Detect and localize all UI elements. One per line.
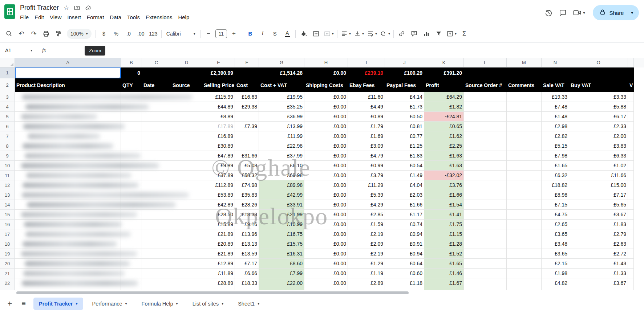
cell-F16[interactable]: £9.16 <box>235 220 259 229</box>
column-header-M[interactable]: M <box>507 58 542 67</box>
column-header-G[interactable]: G <box>259 58 304 67</box>
cell-J15[interactable]: £1.17 <box>385 210 424 220</box>
cell-A21[interactable] <box>15 269 121 278</box>
cell-P11[interactable] <box>628 171 634 180</box>
cell-C17[interactable] <box>142 229 171 239</box>
cell-F15[interactable]: £18.33 <box>235 210 259 220</box>
cell-I2[interactable]: Ebay Fees <box>348 78 385 92</box>
cell-B20[interactable] <box>121 259 142 269</box>
cell-J3[interactable]: £4.14 <box>385 92 424 102</box>
cell-P9[interactable] <box>628 151 634 161</box>
cell-A18[interactable] <box>15 239 121 249</box>
cell-F14[interactable]: £28.26 <box>235 200 259 210</box>
cell-E11[interactable]: £37.89 <box>202 171 235 180</box>
cell-M21[interactable] <box>507 269 542 278</box>
cell-M6[interactable] <box>507 122 542 131</box>
cell-I18[interactable]: £2.09 <box>348 239 385 249</box>
cell-N10[interactable]: £1.65 <box>542 161 569 171</box>
cell-K14[interactable]: £1.54 <box>424 200 464 210</box>
horizontal-align-button[interactable]: ▾ <box>339 28 352 39</box>
column-header-N[interactable]: N <box>542 58 569 67</box>
cell-H18[interactable]: £0.00 <box>304 239 348 249</box>
column-header-B[interactable]: B <box>121 58 142 67</box>
cell-E17[interactable]: £21.89 <box>202 229 235 239</box>
select-all-corner[interactable] <box>0 58 15 67</box>
cell-C7[interactable] <box>142 131 171 141</box>
cell-K18[interactable]: £1.28 <box>424 239 464 249</box>
cell-G21[interactable]: £7.99 <box>259 269 304 278</box>
cell-O2[interactable]: Buy VAT <box>569 78 628 92</box>
version-history-icon[interactable] <box>544 9 553 17</box>
cell-L12[interactable] <box>464 180 507 190</box>
cell-C10[interactable] <box>142 161 171 171</box>
cell-O11[interactable]: £11.66 <box>569 171 628 180</box>
cell-E13[interactable]: £53.89 <box>202 190 235 200</box>
column-header-E[interactable]: E <box>202 58 235 67</box>
menu-edit[interactable]: Edit <box>32 13 47 21</box>
cell-M10[interactable] <box>507 161 542 171</box>
redo-button[interactable]: ↷ <box>28 28 40 39</box>
cell-O12[interactable]: £15.00 <box>569 180 628 190</box>
cell-C11[interactable] <box>142 171 171 180</box>
cell-B19[interactable] <box>121 249 142 259</box>
cell-L17[interactable] <box>464 229 507 239</box>
comments-icon[interactable] <box>559 9 567 17</box>
cell-N3[interactable]: £19.33 <box>542 92 569 102</box>
cell-I1[interactable]: £239.10 <box>348 67 385 78</box>
cell-D8[interactable] <box>171 141 202 151</box>
increase-decimal-button[interactable]: .00 <box>135 28 147 39</box>
column-header-K[interactable]: K <box>424 58 464 67</box>
cell-N11[interactable]: £6.32 <box>542 171 569 180</box>
cell-N18[interactable]: £3.48 <box>542 239 569 249</box>
cell-M1[interactable] <box>507 67 542 78</box>
video-camera-icon[interactable]: ▾ <box>573 8 585 17</box>
row-header-3[interactable]: 3 <box>0 92 15 102</box>
cell-G9[interactable]: £37.99 <box>259 151 304 161</box>
cell-M11[interactable] <box>507 171 542 180</box>
cell-E20[interactable]: £12.89 <box>202 259 235 269</box>
cell-O22[interactable]: £3.67 <box>569 278 628 288</box>
cell-L2[interactable]: Source Order # <box>464 78 507 92</box>
cell-N2[interactable]: Sale VAT <box>542 78 569 92</box>
cell-C3[interactable] <box>142 92 171 102</box>
cell-K13[interactable]: £1.66 <box>424 190 464 200</box>
borders-button[interactable] <box>310 28 322 39</box>
cell-J13[interactable]: £2.03 <box>385 190 424 200</box>
row-header-6[interactable]: 6 <box>0 122 15 131</box>
cell-N4[interactable]: £7.48 <box>542 102 569 112</box>
cell-G1[interactable]: £1,514.28 <box>259 67 304 78</box>
cell-J4[interactable]: £1.73 <box>385 102 424 112</box>
cell-J8[interactable]: £1.25 <box>385 141 424 151</box>
cell-D20[interactable] <box>171 259 202 269</box>
cell-O13[interactable]: £7.17 <box>569 190 628 200</box>
cell-F3[interactable]: £16.63 <box>235 92 259 102</box>
cell-H10[interactable]: £0.00 <box>304 161 348 171</box>
cell-L11[interactable] <box>464 171 507 180</box>
cell-F5[interactable] <box>235 112 259 122</box>
cell-G5[interactable]: £36.99 <box>259 112 304 122</box>
cell-L21[interactable] <box>464 269 507 278</box>
cell-K19[interactable]: £1.52 <box>424 249 464 259</box>
tab-sheet1[interactable]: Sheet1 ▾ <box>232 298 265 310</box>
cell-C22[interactable] <box>142 278 171 288</box>
cell-K7[interactable]: £1.62 <box>424 131 464 141</box>
cell-N7[interactable]: £2.82 <box>542 131 569 141</box>
tab-list-of-sites[interactable]: List of sites ▾ <box>187 298 229 310</box>
tab-formula-help[interactable]: Formula Help ▾ <box>136 298 183 310</box>
row-header-8[interactable]: 8 <box>0 141 15 151</box>
cell-A15[interactable] <box>15 210 121 220</box>
cell-P19[interactable] <box>628 249 634 259</box>
cell-H21[interactable]: £0.00 <box>304 269 348 278</box>
paint-format-button[interactable] <box>52 28 65 39</box>
cell-L19[interactable] <box>464 249 507 259</box>
cell-M16[interactable] <box>507 220 542 229</box>
cell-P10[interactable] <box>628 161 634 171</box>
cell-A19[interactable] <box>15 249 121 259</box>
cell-C4[interactable] <box>142 102 171 112</box>
cell-I11[interactable]: £3.79 <box>348 171 385 180</box>
cell-D10[interactable] <box>171 161 202 171</box>
cell-I6[interactable]: £1.79 <box>348 122 385 131</box>
menu-data[interactable]: Data <box>107 13 124 21</box>
cell-B1[interactable]: 0 <box>121 67 142 78</box>
column-header-H[interactable]: H <box>304 58 348 67</box>
